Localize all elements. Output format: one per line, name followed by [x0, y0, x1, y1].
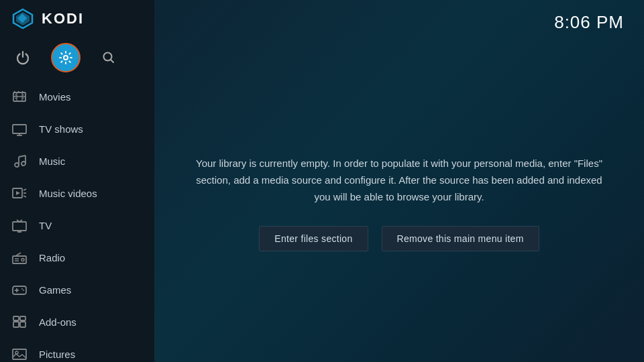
sidebar-item-label-addons: Add-ons [39, 316, 76, 328]
sidebar-item-radio[interactable]: Radio [0, 241, 154, 274]
svg-rect-44 [13, 322, 19, 327]
addons-icon [11, 313, 28, 330]
sidebar-item-label-radio: Radio [39, 252, 65, 263]
svg-line-26 [23, 189, 26, 190]
svg-point-20 [21, 162, 25, 166]
action-buttons: Enter files section Remove this main men… [259, 226, 539, 251]
svg-rect-46 [13, 316, 19, 320]
sidebar-item-label-games: Games [39, 284, 71, 296]
remove-menu-item-button[interactable]: Remove this main menu item [382, 226, 539, 251]
sidebar-item-tv[interactable]: TV [0, 209, 154, 241]
musicvideos-icon [11, 184, 28, 202]
content-area: Your library is currently empty. In orde… [154, 45, 644, 362]
svg-rect-29 [13, 222, 26, 231]
app-title: KODI [42, 10, 84, 27]
svg-rect-16 [13, 125, 26, 133]
pictures-icon [11, 345, 28, 362]
svg-point-9 [23, 98, 24, 99]
sidebar-item-label-music: Music [39, 156, 65, 167]
movies-icon [11, 88, 28, 105]
svg-rect-45 [20, 322, 25, 327]
sidebar-item-label-tv: TV [39, 220, 52, 231]
svg-point-43 [23, 290, 24, 291]
enter-files-button[interactable]: Enter files section [259, 226, 368, 251]
games-icon [11, 281, 28, 298]
svg-point-6 [15, 95, 17, 96]
top-bar: 8:06 PM [154, 0, 644, 45]
svg-point-42 [21, 288, 23, 290]
sidebar-item-musicvideos[interactable]: Music videos [0, 177, 154, 209]
svg-line-28 [23, 196, 26, 197]
sidebar-item-music[interactable]: Music [0, 145, 154, 177]
sidebar-item-addons[interactable]: Add-ons [0, 306, 154, 338]
svg-rect-47 [20, 316, 25, 320]
svg-rect-48 [13, 349, 26, 359]
search-button[interactable] [94, 43, 123, 72]
svg-point-35 [21, 259, 24, 261]
sidebar-item-movies[interactable]: Movies [0, 80, 154, 113]
sidebar-item-pictures[interactable]: Pictures [0, 338, 154, 362]
sidebar-header: KODI [0, 0, 154, 38]
svg-point-3 [64, 56, 68, 60]
sidebar-item-tvshows[interactable]: TV shows [0, 113, 154, 145]
clock: 8:06 PM [554, 12, 624, 33]
main-content: 8:06 PM Your library is currently empty.… [154, 0, 644, 362]
power-button[interactable] [8, 43, 38, 72]
svg-line-23 [19, 156, 25, 157]
radio-icon [11, 249, 28, 266]
library-message: Your library is currently empty. In orde… [188, 156, 610, 205]
svg-point-7 [15, 98, 17, 99]
sidebar-nav: Movies TV shows [0, 78, 154, 362]
sidebar-item-label-tvshows: TV shows [39, 123, 83, 135]
music-icon [11, 152, 28, 170]
sidebar-item-label-pictures: Pictures [39, 349, 75, 360]
sidebar-item-label-movies: Movies [39, 91, 71, 103]
svg-point-8 [23, 95, 24, 96]
sidebar-icons-row [0, 38, 154, 78]
kodi-logo [11, 7, 35, 31]
settings-button[interactable] [51, 43, 80, 72]
sidebar-item-label-musicvideos: Music videos [39, 188, 97, 199]
svg-marker-25 [16, 191, 20, 195]
tv-icon [11, 217, 28, 234]
sidebar: KODI [0, 0, 154, 362]
sidebar-item-games[interactable]: Games [0, 274, 154, 306]
tvshows-icon [11, 120, 28, 137]
